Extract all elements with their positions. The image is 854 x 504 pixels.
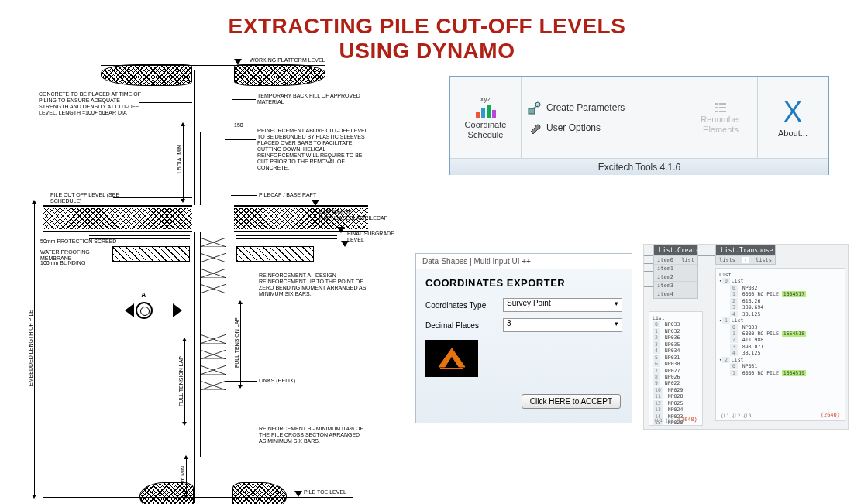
node-port-in[interactable]: item1 [654,264,697,273]
node-port-in[interactable]: item4 [654,290,697,298]
watch-row: 8 NP026 [653,374,699,380]
bar-chart-icon [476,105,496,118]
watch-row: 11 NP028 [653,393,699,399]
node-list-create[interactable]: List.Create item0listitem1item2item3item… [653,245,698,299]
svg-rect-7 [719,111,726,112]
revit-ribbon-panel: xyz Coordinate Schedule Create Parameter… [449,76,829,175]
watch-row: 7 NP027 [653,368,699,374]
node-port-in[interactable]: item2 [654,273,697,281]
watch-row: 3 389.694 [719,304,842,310]
ribbon-user-options[interactable]: User Options [528,121,677,135]
watch-node-right[interactable]: List ▾0List0 NP0321 6000 RC PILE 1654517… [715,268,845,421]
section-letter: A [141,291,146,299]
label-subgrade: FINAL SUBGRADE LEVEL [347,231,395,243]
node-list-transpose[interactable]: List.Transpose lists›lists [715,245,776,265]
watch-row: 4 38.125 [719,311,842,317]
ribbon-footer: Excitech Tools 4.1.6 [450,158,828,175]
svg-rect-2 [715,103,718,105]
watch-row: 4 NP034 [653,348,699,354]
ribbon-label: User Options [546,122,601,133]
helix-icon [200,333,226,342]
label-dim150: 150 [234,122,243,129]
wire [644,286,653,287]
watch-row: 6 NP030 [653,361,699,367]
ground-hatch-bot-right [232,482,287,504]
ribbon-about[interactable]: X About... [758,77,828,158]
helix-icon [200,236,226,245]
level-marker-icon [312,200,319,206]
svg-rect-3 [719,103,726,105]
watch-row: 3 NP035 [653,341,699,348]
section-arrow-right-icon [173,303,182,317]
node-port[interactable]: lists›lists [716,255,775,264]
wire [644,271,653,272]
company-logo-icon [425,340,478,377]
label-coord-type: Coordinates Type [425,301,503,310]
helix-icon [200,252,226,261]
wrench-icon [528,121,542,135]
ribbon-renumber-elements: Renumber Elements [684,77,758,158]
select-decimal-places[interactable]: 3 [503,318,622,332]
watch-row: 13 NP024 [653,406,699,413]
watch-node-left[interactable]: List 0 NP0331 NP0322 NP0363 NP0354 NP034… [649,311,703,426]
watch-row: 0 NP031 [719,363,842,369]
dim-1-5m [186,457,187,497]
helix-icon [200,283,226,292]
watch-row: 2 NP036 [653,334,699,341]
xyz-icon: xyz [480,95,491,103]
ground-box-right [236,246,314,262]
ground-hatch-top-right [234,64,325,86]
level-line [101,65,325,66]
label-working-platform: WORKING PLATFORM LEVEL [250,57,325,63]
dim-1-5dia [183,124,184,201]
label-concrete-note: CONCRETE TO BE PLACED AT TIME OF PILING … [39,91,147,116]
leader [225,434,257,434]
label-toe: PILE TOE LEVEL [304,489,346,495]
section-arrow-left-icon [125,303,134,317]
label-decimal-places: Decimal Places [425,321,503,330]
watch-row: 2 411.988 [719,337,842,343]
toe-level-line [43,497,353,498]
rebar-right [226,132,226,457]
ground-box-left [112,246,190,262]
helix-icon [200,364,226,373]
dim-tension-left [184,339,185,424]
accept-button[interactable]: Click HERE to ACCEPT [522,394,621,409]
watch-row: 0 NP033 [653,321,699,327]
watch-row: 1 NP032 [653,328,699,334]
label-pilecap: PILECAP / BASE RAFT [259,192,316,198]
node-port-in[interactable]: item3 [654,281,697,290]
wire [644,255,653,256]
watch-dims: {L1 {L2 {L3 [721,413,752,419]
watch-row: 1 6000 RC PILE 1654518 [719,331,842,337]
label-backfill: TEMPORARY BACK FILL OF APPROVED MATERIAL [257,93,366,105]
ribbon-create-parameters[interactable]: Create Parameters [528,101,677,115]
ribbon-label: Create Parameters [546,102,625,113]
lacing-icon[interactable]: › [742,257,749,263]
select-coord-type[interactable]: Survey Point [503,298,622,312]
node-header: List.Transpose [716,245,775,255]
label-reinf-a: REINFORCEMENT A - DESIGN REINFORCEMENT U… [259,273,367,297]
watch-group-header: ▾0List [719,278,842,284]
watch-row: 1 6000 RC PILE 1654519 [719,370,842,376]
ribbon-group-params: Create Parameters User Options [522,77,684,158]
leader [225,139,256,140]
watch-count: {2640} [678,417,697,423]
ribbon-label: Renumber Elements [690,115,751,133]
svg-rect-5 [719,107,726,108]
watch-row: 0 NP033 [719,324,842,331]
watch-group-header: ▾2List [719,357,842,363]
subgrade-hatch-right [236,235,337,245]
label-tension-right: FULL TENSION LAP [234,317,240,368]
ribbon-coordinate-schedule[interactable]: xyz Coordinate Schedule [450,77,522,158]
dialog-titlebar: Data-Shapes | Multi Input UI ++ [416,254,632,269]
node-port-in[interactable]: item0list [654,255,697,264]
label-cutoff: PILE CUT OFF LEVEL (SEE SCHEDULE) [50,192,120,204]
rebar-left [200,132,201,457]
label-blinding: 100mm BLINDING [40,260,85,266]
watch-count: {2640} [821,412,840,419]
watch-row: 3 893.071 [719,344,842,350]
level-marker-icon [234,59,242,65]
level-marker-icon [294,491,302,497]
svg-rect-6 [715,111,718,112]
